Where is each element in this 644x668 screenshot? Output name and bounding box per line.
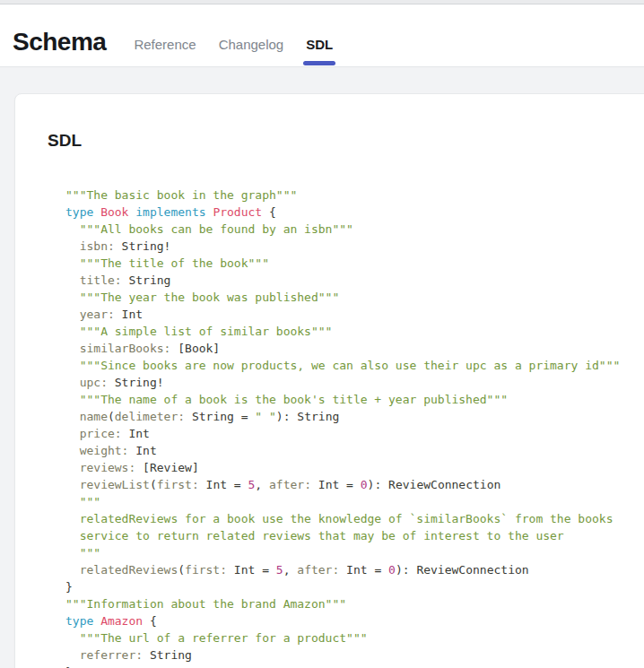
page-header: Schema Reference Changelog SDL [0,4,644,67]
code-line: title: String [65,272,644,289]
code-line: similarBooks: [Book] [65,340,644,357]
code-line: relatedReviews(first: Int = 5, after: In… [65,561,644,578]
code-line: """ [65,544,644,561]
code-line: isbn: String! [65,238,644,255]
code-line: """The name of a book is the book's titl… [65,391,644,408]
tab-changelog-label: Changelog [219,37,284,52]
code-line: """The year the book was published""" [65,289,644,306]
code-line: """Since books are now products, we can … [65,357,644,374]
active-tab-indicator [303,61,335,65]
code-line: price: Int [65,425,644,442]
code-line: } [65,578,644,595]
code-line: reviewList(first: Int = 5, after: Int = … [65,476,644,493]
code-line: relatedReviews for a book use the knowle… [65,510,644,527]
code-line: type Book implements Product { [65,204,644,221]
code-line: referrer: String [65,646,644,664]
content-card: SDL """The basic book in the graph"""typ… [14,93,644,668]
page-title: Schema [13,28,106,56]
tab-reference-label: Reference [134,37,196,52]
code-line: """All books can be found by an isbn""" [65,221,644,238]
code-line: """The url of a referrer for a product""… [65,629,644,646]
code-line: year: Int [65,306,644,323]
code-line: """The basic book in the graph""" [65,187,644,204]
code-line: reviews: [Review] [65,459,644,476]
tab-sdl-label: SDL [306,37,333,52]
code-line: """Information about the brand Amazon""" [65,595,644,612]
code-line: name(delimeter: String = " "): String [65,408,644,425]
sdl-code-block: """The basic book in the graph"""type Bo… [65,187,644,668]
code-line: """A simple list of similar books""" [65,323,644,340]
code-line: upc: String! [65,374,644,391]
card-heading: SDL [48,131,644,151]
code-line: } [65,664,644,668]
main-content: SDL """The basic book in the graph"""typ… [0,67,644,668]
code-line: service to return related reviews that m… [65,527,644,544]
tab-changelog[interactable]: Changelog [217,37,286,66]
tab-sdl[interactable]: SDL [304,37,335,66]
tab-reference[interactable]: Reference [132,37,197,66]
code-line: """The title of the book""" [65,255,644,272]
code-line: """ [65,493,644,510]
code-line: weight: Int [65,442,644,459]
code-line: type Amazon { [65,612,644,629]
tab-bar: Reference Changelog SDL [132,37,353,66]
